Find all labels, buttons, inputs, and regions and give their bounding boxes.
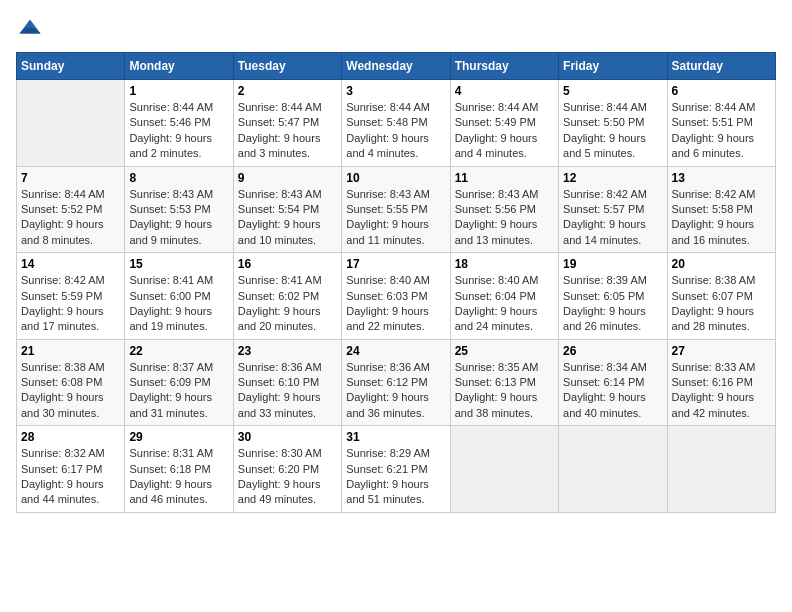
daylight: Daylight: 9 hours and 19 minutes. — [129, 305, 212, 332]
day-header-friday: Friday — [559, 53, 667, 80]
sunrise: Sunrise: 8:36 AM — [346, 361, 430, 373]
calendar-week-5: 28 Sunrise: 8:32 AM Sunset: 6:17 PM Dayl… — [17, 426, 776, 513]
calendar-cell: 20 Sunrise: 8:38 AM Sunset: 6:07 PM Dayl… — [667, 253, 775, 340]
logo — [16, 16, 48, 44]
day-number: 10 — [346, 171, 445, 185]
sunrise: Sunrise: 8:44 AM — [238, 101, 322, 113]
day-number: 7 — [21, 171, 120, 185]
sunrise: Sunrise: 8:44 AM — [346, 101, 430, 113]
sunrise: Sunrise: 8:38 AM — [21, 361, 105, 373]
calendar-cell — [667, 426, 775, 513]
calendar-cell: 22 Sunrise: 8:37 AM Sunset: 6:09 PM Dayl… — [125, 339, 233, 426]
daylight: Daylight: 9 hours and 20 minutes. — [238, 305, 321, 332]
calendar-cell: 16 Sunrise: 8:41 AM Sunset: 6:02 PM Dayl… — [233, 253, 341, 340]
day-number: 24 — [346, 344, 445, 358]
daylight: Daylight: 9 hours and 6 minutes. — [672, 132, 755, 159]
calendar-cell: 14 Sunrise: 8:42 AM Sunset: 5:59 PM Dayl… — [17, 253, 125, 340]
day-number: 30 — [238, 430, 337, 444]
days-header-row: SundayMondayTuesdayWednesdayThursdayFrid… — [17, 53, 776, 80]
calendar-cell: 30 Sunrise: 8:30 AM Sunset: 6:20 PM Dayl… — [233, 426, 341, 513]
daylight: Daylight: 9 hours and 4 minutes. — [455, 132, 538, 159]
sunrise: Sunrise: 8:44 AM — [21, 188, 105, 200]
calendar-cell: 18 Sunrise: 8:40 AM Sunset: 6:04 PM Dayl… — [450, 253, 558, 340]
calendar-cell: 12 Sunrise: 8:42 AM Sunset: 5:57 PM Dayl… — [559, 166, 667, 253]
day-header-tuesday: Tuesday — [233, 53, 341, 80]
sunset: Sunset: 6:03 PM — [346, 290, 427, 302]
day-info: Sunrise: 8:44 AM Sunset: 5:47 PM Dayligh… — [238, 100, 337, 162]
calendar-cell: 28 Sunrise: 8:32 AM Sunset: 6:17 PM Dayl… — [17, 426, 125, 513]
sunrise: Sunrise: 8:40 AM — [455, 274, 539, 286]
daylight: Daylight: 9 hours and 3 minutes. — [238, 132, 321, 159]
calendar-cell: 27 Sunrise: 8:33 AM Sunset: 6:16 PM Dayl… — [667, 339, 775, 426]
sunrise: Sunrise: 8:30 AM — [238, 447, 322, 459]
page-header — [16, 16, 776, 44]
daylight: Daylight: 9 hours and 8 minutes. — [21, 218, 104, 245]
sunset: Sunset: 5:53 PM — [129, 203, 210, 215]
day-number: 4 — [455, 84, 554, 98]
sunset: Sunset: 5:54 PM — [238, 203, 319, 215]
day-info: Sunrise: 8:38 AM Sunset: 6:08 PM Dayligh… — [21, 360, 120, 422]
sunrise: Sunrise: 8:42 AM — [21, 274, 105, 286]
daylight: Daylight: 9 hours and 49 minutes. — [238, 478, 321, 505]
sunset: Sunset: 5:59 PM — [21, 290, 102, 302]
daylight: Daylight: 9 hours and 40 minutes. — [563, 391, 646, 418]
daylight: Daylight: 9 hours and 44 minutes. — [21, 478, 104, 505]
sunset: Sunset: 5:48 PM — [346, 116, 427, 128]
calendar-cell: 11 Sunrise: 8:43 AM Sunset: 5:56 PM Dayl… — [450, 166, 558, 253]
sunrise: Sunrise: 8:36 AM — [238, 361, 322, 373]
day-info: Sunrise: 8:41 AM Sunset: 6:00 PM Dayligh… — [129, 273, 228, 335]
day-info: Sunrise: 8:44 AM Sunset: 5:46 PM Dayligh… — [129, 100, 228, 162]
sunrise: Sunrise: 8:41 AM — [129, 274, 213, 286]
calendar-cell: 1 Sunrise: 8:44 AM Sunset: 5:46 PM Dayli… — [125, 80, 233, 167]
svg-marker-1 — [20, 28, 41, 33]
daylight: Daylight: 9 hours and 46 minutes. — [129, 478, 212, 505]
daylight: Daylight: 9 hours and 26 minutes. — [563, 305, 646, 332]
sunset: Sunset: 6:00 PM — [129, 290, 210, 302]
day-info: Sunrise: 8:36 AM Sunset: 6:10 PM Dayligh… — [238, 360, 337, 422]
sunrise: Sunrise: 8:34 AM — [563, 361, 647, 373]
day-info: Sunrise: 8:42 AM Sunset: 5:59 PM Dayligh… — [21, 273, 120, 335]
day-info: Sunrise: 8:29 AM Sunset: 6:21 PM Dayligh… — [346, 446, 445, 508]
calendar-cell: 5 Sunrise: 8:44 AM Sunset: 5:50 PM Dayli… — [559, 80, 667, 167]
daylight: Daylight: 9 hours and 2 minutes. — [129, 132, 212, 159]
day-info: Sunrise: 8:44 AM Sunset: 5:49 PM Dayligh… — [455, 100, 554, 162]
day-number: 3 — [346, 84, 445, 98]
day-info: Sunrise: 8:32 AM Sunset: 6:17 PM Dayligh… — [21, 446, 120, 508]
sunset: Sunset: 6:12 PM — [346, 376, 427, 388]
day-number: 2 — [238, 84, 337, 98]
sunset: Sunset: 6:17 PM — [21, 463, 102, 475]
day-info: Sunrise: 8:44 AM Sunset: 5:48 PM Dayligh… — [346, 100, 445, 162]
daylight: Daylight: 9 hours and 38 minutes. — [455, 391, 538, 418]
day-number: 1 — [129, 84, 228, 98]
calendar-week-1: 1 Sunrise: 8:44 AM Sunset: 5:46 PM Dayli… — [17, 80, 776, 167]
day-number: 28 — [21, 430, 120, 444]
day-header-saturday: Saturday — [667, 53, 775, 80]
calendar-table: SundayMondayTuesdayWednesdayThursdayFrid… — [16, 52, 776, 513]
day-info: Sunrise: 8:40 AM Sunset: 6:03 PM Dayligh… — [346, 273, 445, 335]
day-info: Sunrise: 8:33 AM Sunset: 6:16 PM Dayligh… — [672, 360, 771, 422]
calendar-cell: 10 Sunrise: 8:43 AM Sunset: 5:55 PM Dayl… — [342, 166, 450, 253]
sunrise: Sunrise: 8:39 AM — [563, 274, 647, 286]
sunrise: Sunrise: 8:32 AM — [21, 447, 105, 459]
sunset: Sunset: 6:18 PM — [129, 463, 210, 475]
day-info: Sunrise: 8:43 AM Sunset: 5:55 PM Dayligh… — [346, 187, 445, 249]
sunrise: Sunrise: 8:37 AM — [129, 361, 213, 373]
day-number: 17 — [346, 257, 445, 271]
sunset: Sunset: 6:10 PM — [238, 376, 319, 388]
day-number: 19 — [563, 257, 662, 271]
day-number: 5 — [563, 84, 662, 98]
sunset: Sunset: 6:05 PM — [563, 290, 644, 302]
daylight: Daylight: 9 hours and 51 minutes. — [346, 478, 429, 505]
sunrise: Sunrise: 8:29 AM — [346, 447, 430, 459]
daylight: Daylight: 9 hours and 30 minutes. — [21, 391, 104, 418]
calendar-cell — [17, 80, 125, 167]
sunset: Sunset: 5:50 PM — [563, 116, 644, 128]
sunset: Sunset: 6:21 PM — [346, 463, 427, 475]
calendar-cell: 15 Sunrise: 8:41 AM Sunset: 6:00 PM Dayl… — [125, 253, 233, 340]
daylight: Daylight: 9 hours and 17 minutes. — [21, 305, 104, 332]
day-number: 21 — [21, 344, 120, 358]
sunrise: Sunrise: 8:43 AM — [129, 188, 213, 200]
sunset: Sunset: 5:58 PM — [672, 203, 753, 215]
sunset: Sunset: 5:46 PM — [129, 116, 210, 128]
day-header-monday: Monday — [125, 53, 233, 80]
